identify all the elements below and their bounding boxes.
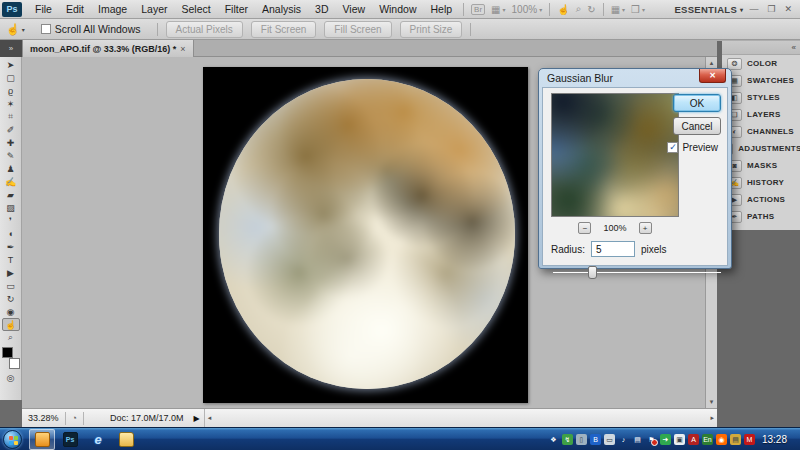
document-canvas[interactable]	[203, 67, 528, 403]
eraser-tool[interactable]: ▰	[2, 188, 20, 201]
path-selection-tool[interactable]: ▶	[2, 266, 20, 279]
fill-screen-button[interactable]: Fill Screen	[324, 21, 391, 38]
hand-tool-preset-icon[interactable]: ☝▾	[6, 23, 25, 36]
hand-tool-selected[interactable]: ☝	[2, 318, 20, 331]
quick-mask-icon[interactable]: ◎	[7, 373, 15, 383]
tray-avast-icon[interactable]: ◉	[716, 434, 727, 445]
tray-display-icon[interactable]: ▭	[604, 434, 615, 445]
actual-pixels-button[interactable]: Actual Pixels	[166, 21, 243, 38]
menu-filter[interactable]: Filter	[218, 1, 255, 17]
status-popup-arrow-icon[interactable]: ▶	[194, 414, 204, 423]
slider-track[interactable]	[553, 272, 721, 273]
taskbar-app-explorer[interactable]	[113, 429, 139, 450]
launch-bridge-icon[interactable]: Br	[468, 4, 488, 15]
minimize-button[interactable]: —	[749, 4, 758, 14]
start-button[interactable]	[3, 430, 22, 449]
panel-swatches[interactable]: ▦ SWATCHES	[722, 72, 800, 89]
brush-tool[interactable]: ✎	[2, 149, 20, 162]
type-tool[interactable]: T	[2, 253, 20, 266]
close-button[interactable]: ✕	[784, 4, 792, 14]
radius-input[interactable]: 5	[591, 241, 635, 257]
tray-green-utility-icon[interactable]: ↯	[562, 434, 573, 445]
blur-tool[interactable]: ❜	[2, 214, 20, 227]
zoom-in-button[interactable]: +	[639, 222, 652, 234]
taskbar-app-active[interactable]	[29, 429, 55, 450]
slider-thumb[interactable]	[588, 266, 597, 279]
history-brush-tool[interactable]: ✍	[2, 175, 20, 188]
background-color-swatch[interactable]	[9, 358, 20, 369]
menu-select[interactable]: Select	[174, 1, 217, 17]
panel-history[interactable]: ✍ HISTORY	[722, 174, 800, 191]
eyedropper-tool[interactable]: ✐	[2, 123, 20, 136]
panel-actions[interactable]: ▶ ACTIONS	[722, 191, 800, 208]
menu-3d[interactable]: 3D	[308, 1, 335, 17]
scroll-left-icon[interactable]: ◂	[208, 414, 212, 422]
tray-volume-icon[interactable]: ♪	[618, 434, 629, 445]
view-extras-icon[interactable]: ▦▾	[488, 4, 508, 15]
zoom-level-dropdown[interactable]: 100%▾	[509, 4, 546, 15]
menu-image[interactable]: Image	[91, 1, 134, 17]
toolbox-collapse-icon[interactable]: »	[0, 40, 22, 57]
cancel-button[interactable]: Cancel	[673, 117, 721, 135]
workspace-switcher[interactable]: ESSENTIALS▾	[668, 4, 749, 15]
taskbar-app-internet-explorer[interactable]: e	[85, 429, 111, 450]
taskbar-clock[interactable]: 13:28	[758, 434, 795, 445]
pen-tool[interactable]: ✒	[2, 240, 20, 253]
restore-button[interactable]: ❐	[767, 4, 775, 14]
screen-mode-icon[interactable]: ❒▾	[628, 4, 648, 15]
tray-language-icon[interactable]: En	[702, 434, 713, 445]
panel-styles[interactable]: ◧ STYLES	[722, 89, 800, 106]
lasso-tool[interactable]: ϱ	[2, 84, 20, 97]
panel-masks[interactable]: ◙ MASKS	[722, 157, 800, 174]
foreground-color-swatch[interactable]	[2, 347, 13, 358]
scroll-up-icon[interactable]: ▴	[710, 59, 714, 67]
tray-bluetooth-icon[interactable]: B	[590, 434, 601, 445]
taskbar-app-photoshop[interactable]: Ps	[57, 429, 83, 450]
tray-adobe-updater-icon[interactable]: A	[688, 434, 699, 445]
tab-close-icon[interactable]: ×	[180, 44, 185, 54]
panel-channels[interactable]: ◐ CHANNELS	[722, 123, 800, 140]
3d-orbit-tool[interactable]: ◉	[2, 305, 20, 318]
hand-tool-icon[interactable]: ☝	[554, 4, 572, 15]
crop-tool[interactable]: ⌗	[2, 110, 20, 123]
menu-edit[interactable]: Edit	[59, 1, 91, 17]
quick-selection-tool[interactable]: ✶	[2, 97, 20, 110]
tray-device-icon[interactable]: ▯	[576, 434, 587, 445]
move-tool[interactable]: ➤	[2, 58, 20, 71]
scroll-down-icon[interactable]: ▾	[710, 398, 714, 406]
expand-dock-icon[interactable]: «	[792, 43, 796, 52]
dodge-tool[interactable]: ◖	[2, 227, 20, 240]
tray-action-center-icon[interactable]: ⚑	[646, 434, 657, 445]
tray-white-app-icon[interactable]: ▣	[674, 434, 685, 445]
arrange-documents-icon[interactable]: ▦▾	[608, 4, 628, 15]
menu-analysis[interactable]: Analysis	[255, 1, 308, 17]
zoom-tool-icon[interactable]: ⌕	[573, 3, 585, 15]
rotate-view-icon[interactable]: ↻	[584, 4, 598, 15]
panel-adjustments[interactable]: ◑ ADJUSTMENTS	[722, 140, 800, 157]
print-size-button[interactable]: Print Size	[400, 21, 463, 38]
tray-mcafee-icon[interactable]: M	[744, 434, 755, 445]
fit-screen-button[interactable]: Fit Screen	[251, 21, 317, 38]
panel-paths[interactable]: ✒ PATHS	[722, 208, 800, 225]
radius-slider[interactable]	[553, 266, 721, 280]
menu-layer[interactable]: Layer	[134, 1, 174, 17]
marquee-tool[interactable]: ▢	[2, 71, 20, 84]
panel-layers[interactable]: ❏ LAYERS	[722, 106, 800, 123]
scroll-right-icon[interactable]: ▸	[710, 414, 714, 422]
clone-stamp-tool[interactable]: ♟	[2, 162, 20, 175]
zoom-percentage-field[interactable]: 33.28%	[22, 412, 66, 425]
menu-view[interactable]: View	[336, 1, 373, 17]
zoom-tool[interactable]: ⌕	[2, 331, 20, 344]
menu-window[interactable]: Window	[372, 1, 423, 17]
gradient-tool[interactable]: ▨	[2, 201, 20, 214]
menu-help[interactable]: Help	[423, 1, 459, 17]
document-tab[interactable]: moon_APO.tif @ 33.3% (RGB/16) * ×	[22, 40, 194, 57]
tray-colorful-app-icon[interactable]: ❖	[548, 434, 559, 445]
horizontal-scrollbar[interactable]: ◂ ▸	[204, 409, 717, 427]
blur-preview-image[interactable]	[551, 93, 679, 217]
shape-tool[interactable]: ▭	[2, 279, 20, 292]
zoom-out-button[interactable]: −	[578, 222, 591, 234]
menu-file[interactable]: File	[28, 1, 59, 17]
scroll-all-windows-checkbox[interactable]	[41, 24, 51, 34]
panel-color[interactable]: ❂ COLOR	[722, 55, 800, 72]
